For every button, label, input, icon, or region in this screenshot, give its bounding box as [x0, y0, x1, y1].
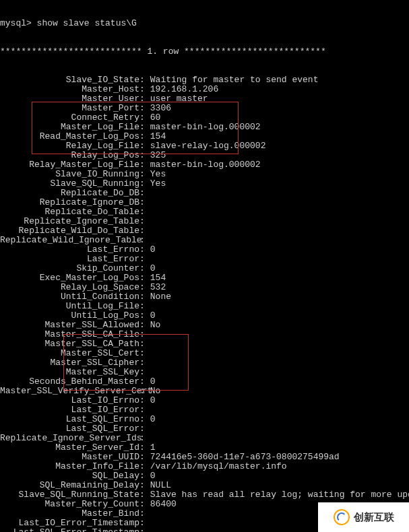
- field-separator: :: [139, 217, 145, 226]
- field-value: 154: [145, 273, 166, 283]
- field-row: Seconds_Behind_Master: 0: [0, 377, 409, 387]
- field-label: Slave_SQL_Running: [0, 179, 139, 189]
- field-row: Relay_Master_Log_File: master-bin-log.00…: [0, 160, 409, 170]
- field-row: Read_Master_Log_Pos: 154: [0, 132, 409, 141]
- field-label: Relay_Log_File: [0, 141, 139, 151]
- watermark-logo: 创新互联: [318, 502, 409, 532]
- field-row: Slave_IO_Running: Yes: [0, 170, 409, 179]
- field-value: 154: [145, 132, 166, 141]
- field-separator: :: [139, 471, 145, 481]
- field-row: Master_User: user_master: [0, 94, 409, 104]
- field-separator: :: [139, 434, 145, 443]
- field-value: [145, 368, 150, 377]
- field-label: Relay_Log_Space: [0, 283, 139, 292]
- field-row: Last_SQL_Errno: 0: [0, 415, 409, 424]
- prompt-line: mysql> show slave status\G: [0, 19, 409, 28]
- field-value: 724416e5-360d-11e7-a673-0800275499ad: [145, 453, 340, 462]
- field-value: [145, 207, 150, 217]
- field-separator: :: [139, 415, 145, 424]
- field-separator: :: [139, 500, 145, 509]
- field-label: Slave_IO_State: [0, 75, 139, 85]
- row-header: *************************** 1. row *****…: [0, 47, 409, 57]
- field-row: Connect_Retry: 60: [0, 113, 409, 123]
- field-value: 0: [145, 396, 156, 405]
- field-value: Slave has read all relay log; waiting fo…: [145, 490, 409, 500]
- field-separator: :: [139, 151, 145, 160]
- field-separator: :: [139, 453, 145, 462]
- field-row: Last_Errno: 0: [0, 245, 409, 255]
- field-label: Master_SSL_Key: [0, 368, 139, 377]
- field-value: [145, 236, 150, 245]
- field-separator: :: [139, 405, 145, 415]
- field-value: [145, 509, 150, 519]
- field-row: Slave_SQL_Running: Yes: [0, 179, 409, 189]
- field-separator: :: [139, 443, 145, 453]
- field-value: 0: [145, 311, 156, 321]
- field-row: Relay_Log_File: slave-relay-log.000002: [0, 141, 409, 151]
- field-row: Relay_Log_Space: 532: [0, 283, 409, 292]
- field-row: Master_SSL_Cert:: [0, 349, 409, 358]
- field-row: Master_UUID: 724416e5-360d-11e7-a673-080…: [0, 453, 409, 462]
- field-row: Replicate_Do_Table:: [0, 207, 409, 217]
- field-row: Master_SSL_Key:: [0, 368, 409, 377]
- field-value: Yes: [145, 179, 166, 189]
- field-separator: :: [139, 273, 145, 283]
- field-label: Master_Retry_Count: [0, 500, 139, 509]
- field-separator: :: [139, 198, 145, 207]
- field-separator: :: [139, 368, 145, 377]
- field-label: Skip_Counter: [0, 264, 139, 273]
- field-separator: :: [139, 462, 145, 471]
- field-separator: :: [139, 94, 145, 104]
- field-row: Exec_Master_Log_Pos: 154: [0, 273, 409, 283]
- field-label: Slave_IO_Running: [0, 170, 139, 179]
- field-separator: :: [139, 424, 145, 434]
- field-label: Master_SSL_Allowed: [0, 321, 139, 330]
- field-label: Replicate_Do_DB: [0, 189, 139, 198]
- field-row: Last_IO_Error:: [0, 405, 409, 415]
- field-row: Replicate_Ignore_DB:: [0, 198, 409, 207]
- field-label: Master_Host: [0, 85, 139, 94]
- field-row: Master_SSL_Allowed: No: [0, 321, 409, 330]
- field-label: Exec_Master_Log_Pos: [0, 273, 139, 283]
- field-value: 0: [145, 245, 156, 255]
- field-value: [145, 528, 150, 532]
- field-separator: :: [139, 113, 145, 123]
- field-value: [145, 519, 150, 528]
- field-separator: :: [139, 509, 145, 519]
- field-separator: :: [139, 349, 145, 358]
- field-label: Master_User: [0, 94, 139, 104]
- field-separator: :: [139, 236, 145, 245]
- field-value: [145, 330, 150, 339]
- field-row: Master_SSL_CA_Path:: [0, 339, 409, 349]
- field-separator: :: [139, 160, 145, 170]
- field-value: [145, 339, 150, 349]
- field-row: Master_SSL_Cipher:: [0, 358, 409, 368]
- field-value: Waiting for master to send event: [145, 75, 318, 85]
- field-value: [145, 217, 150, 226]
- field-row: Until_Condition: None: [0, 292, 409, 302]
- field-row: Replicate_Wild_Ignore_Table:: [0, 236, 409, 245]
- field-value: master-bin-log.000002: [145, 160, 261, 170]
- field-row: Last_Error:: [0, 255, 409, 264]
- field-label: Last_IO_Error: [0, 405, 139, 415]
- fields-list: Slave_IO_State: Waiting for master to se…: [0, 75, 409, 532]
- field-label: SQL_Remaining_Delay: [0, 481, 139, 490]
- field-label: Replicate_Wild_Do_Table: [0, 226, 139, 236]
- field-value: 192.168.1.206: [145, 85, 218, 94]
- field-value: 0: [145, 415, 156, 424]
- field-row: Last_SQL_Error:: [0, 424, 409, 434]
- field-value: None: [145, 292, 171, 302]
- field-separator: :: [139, 396, 145, 405]
- field-value: 532: [145, 283, 166, 292]
- field-separator: :: [139, 75, 145, 85]
- field-row: Master_Log_File: master-bin-log.000002: [0, 123, 409, 132]
- field-separator: :: [139, 123, 145, 132]
- field-value: [145, 198, 150, 207]
- terminal-output[interactable]: mysql> show slave status\G *************…: [0, 0, 409, 532]
- field-label: Last_IO_Error_Timestamp: [0, 519, 139, 528]
- field-label: Master_UUID: [0, 453, 139, 462]
- field-separator: :: [139, 377, 145, 387]
- field-label: Master_SSL_Cert: [0, 349, 139, 358]
- field-label: Master_SSL_CA_File: [0, 330, 139, 339]
- field-separator: :: [139, 330, 145, 339]
